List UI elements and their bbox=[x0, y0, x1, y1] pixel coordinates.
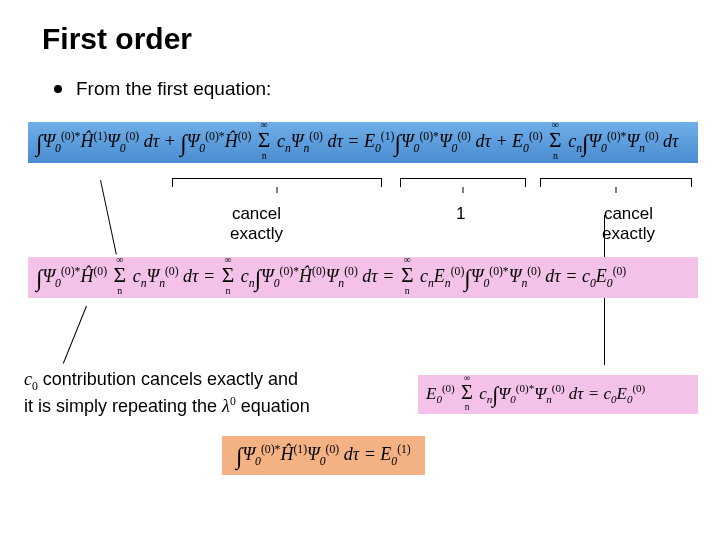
equation-orange: ∫Ψ0(0)*Ĥ(1)Ψ0(0) dτ = E0(1) bbox=[222, 436, 425, 475]
connector-line-3 bbox=[63, 306, 87, 364]
equation-blue: ∫Ψ0(0)*Ĥ(1)Ψ0(0) dτ + ∫Ψ0(0)*Ĥ(0) ∞Σn cn… bbox=[28, 122, 698, 163]
equation-pink-1-text: ∫Ψ0(0)*Ĥ(0) ∞Σn cnΨn(0) dτ = ∞Σn cn∫Ψ0(0… bbox=[36, 266, 626, 286]
body-line1: contribution cancels exactly and bbox=[38, 369, 298, 389]
body-c0-symbol: c0 bbox=[24, 369, 38, 389]
equation-blue-text: ∫Ψ0(0)*Ĥ(1)Ψ0(0) dτ + ∫Ψ0(0)*Ĥ(0) ∞Σn cn… bbox=[36, 131, 679, 151]
bullet-text: From the first equation: bbox=[76, 78, 271, 100]
bullet-item: From the first equation: bbox=[54, 78, 271, 100]
brace-1 bbox=[172, 178, 382, 186]
annotation-cancel-2: cancel exactly bbox=[602, 204, 655, 244]
equation-pink-2: E0(0) ∞Σn cn∫Ψ0(0)*Ψn(0) dτ = c0E0(0) bbox=[418, 375, 698, 414]
slide-title: First order bbox=[42, 22, 192, 56]
lambda-symbol: λ0 bbox=[222, 396, 236, 416]
body-line2-post: equation bbox=[236, 396, 310, 416]
annotation-cancel-1: cancel exactly bbox=[230, 204, 283, 244]
body-line2-pre: it is simply repeating the bbox=[24, 396, 222, 416]
brace-3 bbox=[540, 178, 692, 186]
equation-orange-text: ∫Ψ0(0)*Ĥ(1)Ψ0(0) dτ = E0(1) bbox=[236, 444, 411, 464]
equation-pink-2-text: E0(0) ∞Σn cn∫Ψ0(0)*Ψn(0) dτ = c0E0(0) bbox=[426, 384, 645, 403]
annotation-one: 1 bbox=[456, 204, 465, 224]
connector-line-1 bbox=[100, 180, 117, 255]
body-text: c0 contribution cancels exactly and it i… bbox=[24, 368, 404, 418]
equation-pink-1: ∫Ψ0(0)*Ĥ(0) ∞Σn cnΨn(0) dτ = ∞Σn cn∫Ψ0(0… bbox=[28, 257, 698, 298]
brace-2 bbox=[400, 178, 526, 186]
bullet-icon bbox=[54, 85, 62, 93]
